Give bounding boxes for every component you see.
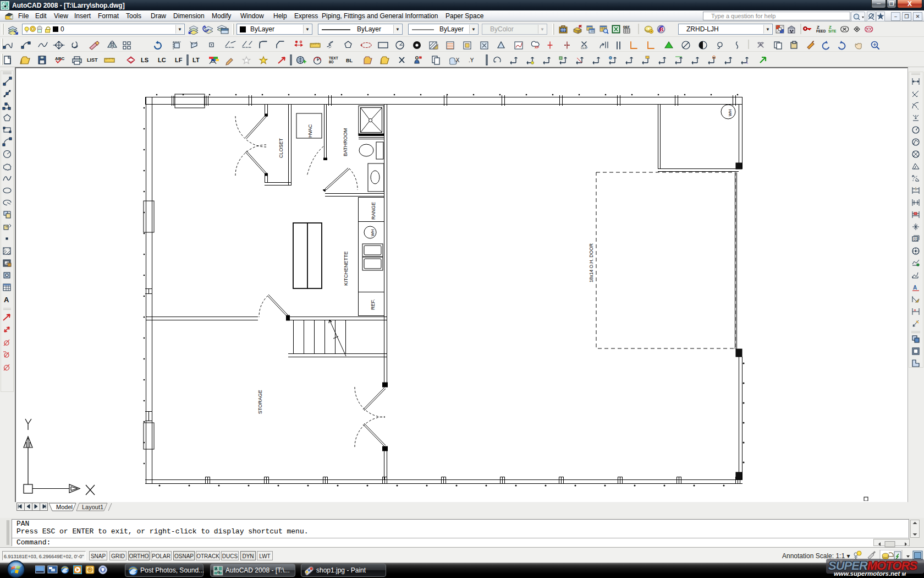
svg-text:DEF: DEF bbox=[623, 25, 630, 29]
svg-text:.Y: .Y bbox=[469, 57, 474, 63]
svg-text:XP: XP bbox=[535, 46, 539, 49]
svg-text:18x14 O.H. DOOR: 18x14 O.H. DOOR bbox=[588, 243, 594, 282]
svg-text:A: A bbox=[4, 296, 9, 304]
svg-text:Layout1: Layout1 bbox=[82, 504, 103, 510]
svg-text:FEED: FEED bbox=[816, 29, 826, 33]
svg-text:REF.: REF. bbox=[370, 299, 376, 310]
svg-text:HVAC: HVAC bbox=[307, 124, 313, 138]
svg-text:LF: LF bbox=[175, 57, 183, 63]
svg-text:B: B bbox=[659, 26, 664, 32]
svg-text:WH: WH bbox=[370, 230, 375, 237]
svg-text:8O: 8O bbox=[329, 60, 334, 64]
svg-text:LT: LT bbox=[193, 57, 200, 63]
svg-text:.X: .X bbox=[454, 57, 460, 63]
svg-text:LIST: LIST bbox=[87, 57, 98, 63]
svg-text:KITCHENETTE: KITCHENETTE bbox=[343, 251, 349, 286]
svg-text:Model: Model bbox=[56, 504, 73, 510]
svg-text:CLOSET: CLOSET bbox=[278, 138, 284, 158]
svg-text:WH: WH bbox=[728, 110, 733, 117]
svg-text:STORAGE: STORAGE bbox=[257, 390, 263, 414]
svg-text:BL: BL bbox=[346, 58, 353, 63]
svg-text:BATHROOM: BATHROOM bbox=[343, 128, 348, 156]
svg-text:CLIP: CLIP bbox=[581, 46, 588, 50]
svg-text:LC: LC bbox=[158, 57, 166, 63]
svg-text:SITE: SITE bbox=[828, 29, 837, 33]
svg-text:LS: LS bbox=[141, 57, 148, 63]
svg-text:TEXT: TEXT bbox=[329, 56, 338, 60]
svg-text:RANGE: RANGE bbox=[371, 202, 376, 220]
svg-text:A: A bbox=[913, 285, 917, 291]
svg-text:01: 01 bbox=[914, 237, 918, 241]
